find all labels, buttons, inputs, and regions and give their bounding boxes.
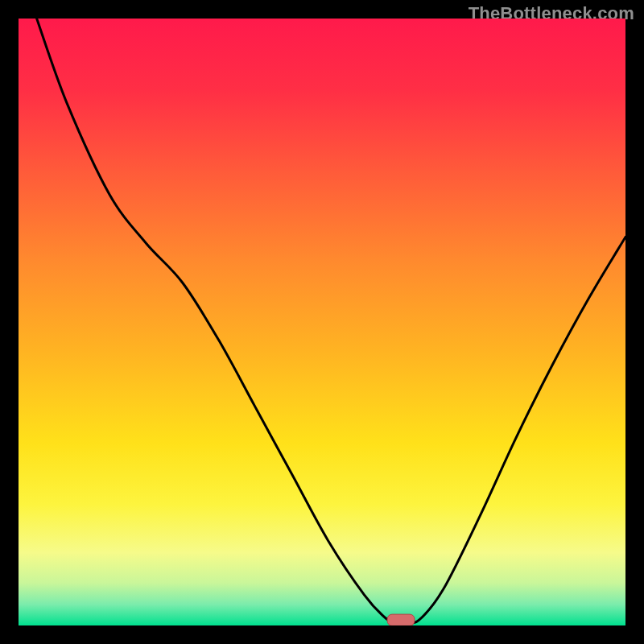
chart-frame: TheBottleneck.com: [0, 0, 644, 644]
bottleneck-chart: [19, 19, 625, 625]
gradient-background: [19, 19, 625, 625]
optimal-marker: [387, 614, 415, 625]
